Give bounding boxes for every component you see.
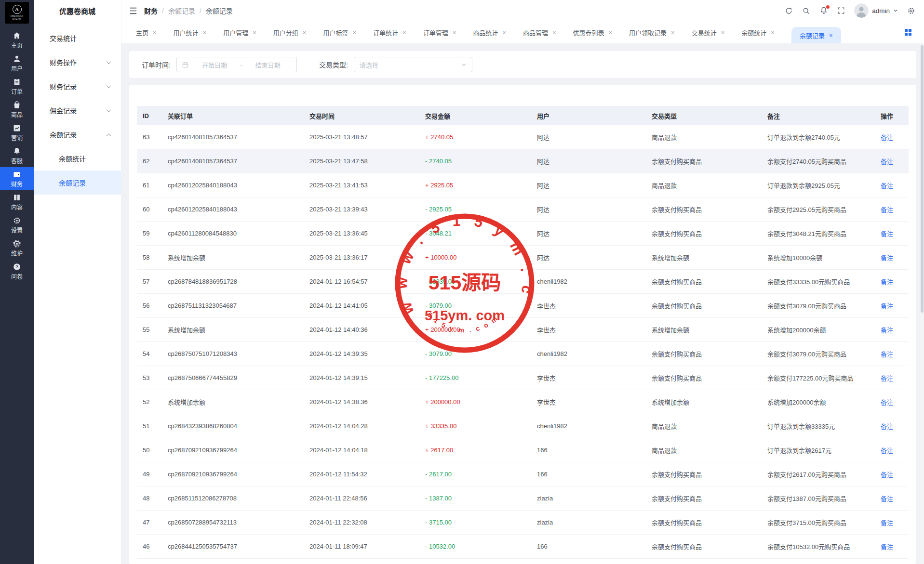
remark-link[interactable]: 备注	[881, 375, 893, 382]
remark-link[interactable]: 备注	[881, 327, 893, 334]
filter-bar: 订单时间: 开始日期 - 结束日期 交易类型: 请选择	[129, 51, 916, 78]
tab-3[interactable]: 用户分组 ×	[273, 21, 307, 43]
tab-0[interactable]: 主页 ×	[136, 21, 157, 43]
close-tab-icon[interactable]: ×	[829, 32, 833, 39]
cell-amount: + 200000.00	[425, 398, 537, 406]
close-tab-icon[interactable]: ×	[671, 29, 675, 36]
menu-collapse-icon[interactable]	[129, 7, 137, 14]
remark-link[interactable]: 备注	[881, 158, 893, 165]
remark-link[interactable]: 备注	[881, 495, 893, 502]
tab-label: 用户标签	[323, 28, 348, 37]
remark-link[interactable]: 备注	[881, 254, 893, 262]
remark-link[interactable]: 备注	[881, 447, 893, 454]
cell-id: 55	[137, 326, 168, 333]
cell-user: ziazia	[537, 495, 652, 502]
sidebar-item-users[interactable]: 用户	[0, 52, 34, 75]
start-date-placeholder[interactable]: 开始日期	[191, 60, 238, 69]
submenu-item-0[interactable]: 交易统计	[34, 26, 121, 50]
tab-9[interactable]: 优惠券列表 ×	[573, 21, 612, 43]
sidebar-item-content[interactable]: 内容	[0, 190, 34, 213]
tab-6[interactable]: 订单管理 ×	[423, 21, 456, 43]
settings-gear-icon[interactable]	[907, 7, 915, 15]
remark-link[interactable]: 备注	[881, 471, 893, 478]
tab-2[interactable]: 用户管理 ×	[223, 21, 256, 43]
remark-link[interactable]: 备注	[881, 134, 893, 141]
end-date-placeholder[interactable]: 结束日期	[244, 60, 292, 69]
chevron-up-icon	[107, 133, 111, 138]
icon-sidebar: A AMERICAN DREAM 主页 用户 订单 商品 营销 客服 财务 内容…	[0, 0, 34, 564]
close-tab-icon[interactable]: ×	[721, 29, 725, 36]
close-tab-icon[interactable]: ×	[609, 29, 613, 36]
cell-note: 余额支付2740.05元购买商品	[767, 157, 874, 166]
table-row: 49 cp268709210936799264 2024-01-12 11:54…	[137, 462, 909, 486]
close-tab-icon[interactable]: ×	[771, 29, 775, 36]
submenu-item-4[interactable]: 余额记录	[34, 122, 121, 146]
tab-12[interactable]: 余额统计 ×	[741, 21, 775, 43]
scrollbar-thumb[interactable]	[921, 45, 924, 313]
trade-type-label: 交易类型:	[319, 60, 348, 69]
submenu-item-2[interactable]: 财务记录	[34, 74, 121, 98]
close-tab-icon[interactable]: ×	[352, 29, 356, 36]
close-tab-icon[interactable]: ×	[203, 29, 207, 36]
remark-link[interactable]: 备注	[881, 230, 893, 237]
cell-amount: - 2740.05	[425, 157, 537, 165]
remark-link[interactable]: 备注	[881, 206, 893, 213]
cell-type: 余额支付购买商品	[652, 542, 767, 551]
sidebar-item-survey[interactable]: ? 问卷	[0, 260, 34, 283]
close-tab-icon[interactable]: ×	[303, 29, 307, 36]
close-tab-icon[interactable]: ×	[453, 29, 456, 36]
refresh-icon[interactable]	[785, 7, 793, 15]
sidebar-item-finance[interactable]: 财务	[0, 167, 34, 190]
sidebar-item-label: 问卷	[11, 272, 23, 280]
tab-13[interactable]: 余额记录 ×	[791, 27, 841, 43]
submenu-item-1[interactable]: 财务操作	[34, 50, 121, 74]
remark-link[interactable]: 备注	[881, 302, 893, 310]
tab-11[interactable]: 交易统计 ×	[692, 21, 725, 43]
cell-note: 订单退款到余额2740.05元	[767, 132, 874, 142]
tab-label: 优惠券列表	[573, 28, 604, 37]
table-row: 51 cp268432393868260804 2024-01-12 14:04…	[137, 414, 909, 438]
table-row: 59 cp426011280084548830 2025-03-21 13:36…	[137, 222, 909, 246]
sidebar-item-support[interactable]: 客服	[0, 144, 34, 167]
tab-layout-grid-icon[interactable]	[905, 29, 911, 36]
cell-id: 61	[137, 182, 168, 189]
remark-link[interactable]: 备注	[881, 399, 893, 406]
submenu-item-5[interactable]: 余额统计	[34, 146, 121, 171]
tab-1[interactable]: 用户统计 ×	[174, 21, 207, 43]
date-range-input[interactable]: 开始日期 - 结束日期	[176, 57, 297, 72]
question-icon: ?	[13, 262, 21, 271]
close-tab-icon[interactable]: ×	[402, 29, 406, 36]
sidebar-item-maintenance[interactable]: 维护	[0, 236, 34, 260]
tab-label: 余额记录	[800, 31, 825, 40]
close-tab-icon[interactable]: ×	[552, 29, 556, 36]
remark-link[interactable]: 备注	[881, 351, 893, 358]
sidebar-item-home[interactable]: 主页	[0, 28, 34, 52]
tab-5[interactable]: 订单统计 ×	[373, 21, 406, 43]
sidebar-item-settings[interactable]: 设置	[0, 213, 34, 236]
close-tab-icon[interactable]: ×	[153, 29, 157, 36]
sidebar-item-orders[interactable]: 订单	[0, 75, 34, 98]
cell-user: chenli1982	[537, 422, 652, 430]
search-icon[interactable]	[802, 7, 810, 15]
submenu-item-3[interactable]: 佣金记录	[34, 98, 121, 122]
cell-user: 166	[537, 471, 652, 478]
close-tab-icon[interactable]: ×	[253, 29, 256, 36]
remark-link[interactable]: 备注	[881, 543, 893, 551]
fullscreen-icon[interactable]	[837, 7, 845, 14]
notification-bell-icon[interactable]	[819, 6, 828, 15]
sidebar-item-goods[interactable]: 商品	[0, 98, 34, 121]
tab-10[interactable]: 用户领取记录 ×	[629, 21, 675, 43]
tab-4[interactable]: 用户标签 ×	[323, 21, 356, 43]
cell-type: 余额支付购买商品	[652, 301, 767, 310]
tab-8[interactable]: 商品管理 ×	[523, 21, 556, 43]
remark-link[interactable]: 备注	[881, 519, 893, 526]
sidebar-item-marketing[interactable]: 营销	[0, 121, 34, 144]
remark-link[interactable]: 备注	[881, 278, 893, 286]
trade-type-select[interactable]: 请选择	[354, 57, 472, 72]
remark-link[interactable]: 备注	[881, 423, 893, 430]
tab-7[interactable]: 商品统计 ×	[473, 21, 506, 43]
submenu-item-6[interactable]: 余额记录	[34, 171, 121, 195]
close-tab-icon[interactable]: ×	[502, 29, 506, 36]
user-menu[interactable]: admin	[854, 3, 898, 18]
remark-link[interactable]: 备注	[881, 182, 893, 189]
